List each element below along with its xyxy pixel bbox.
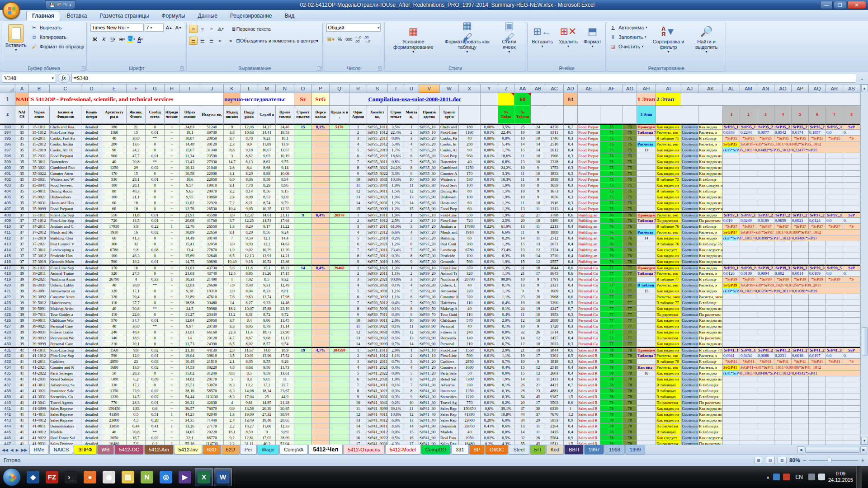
cell[interactable] (757, 318, 774, 324)
cell[interactable]: 60 (102, 235, 127, 241)
cell[interactable] (294, 365, 312, 371)
cell[interactable] (294, 177, 312, 183)
cell[interactable]: Dishwash (440, 194, 459, 200)
cell[interactable]: 1609 (545, 288, 564, 294)
cell[interactable]: 2033 (545, 341, 564, 347)
cell[interactable]: 0,7% (498, 359, 514, 365)
cell[interactable]: detailed (81, 259, 102, 265)
cell[interactable]: SrP41_1012 (367, 353, 388, 359)
cell[interactable] (826, 329, 843, 335)
cell[interactable] (330, 147, 349, 153)
cell[interactable]: Соотнош (681, 212, 698, 218)
cell[interactable]: 0,0 (826, 353, 843, 359)
cell[interactable]: 0,2% (481, 441, 498, 445)
cell[interactable]: 35 (15, 147, 29, 153)
cell[interactable]: Соотнош (681, 347, 698, 353)
align-right-button[interactable]: ☰ (207, 37, 216, 45)
alignment-dialog-launcher[interactable]: ◲ (317, 66, 321, 70)
cell[interactable]: 28,1 (127, 183, 146, 188)
cell[interactable]: SrP35_2 (757, 124, 774, 130)
cell[interactable]: 4,3% (388, 441, 404, 445)
column-header-M[interactable]: M (258, 84, 276, 93)
cell[interactable]: 5170 (330, 124, 349, 130)
cell[interactable]: (k41*SrP41_1011^0,00406*SrP41_1012^0,043… (723, 371, 860, 376)
cell[interactable]: Combined (440, 165, 459, 171)
row-header-425[interactable]: 425 (0, 312, 15, 318)
cell[interactable]: 2510 (545, 141, 564, 147)
cell[interactable]: Как видно из (656, 376, 681, 382)
cell[interactable]: *SrP41 (826, 359, 843, 365)
cell[interactable]: 1680 (459, 365, 481, 371)
cell[interactable]: В таблице 78 (698, 347, 723, 353)
align-left-button[interactable]: ☰ (189, 37, 198, 45)
cell[interactable] (637, 329, 656, 335)
cell[interactable]: 9 (531, 194, 545, 200)
cell[interactable]: 7 (349, 300, 367, 306)
row-header-443[interactable]: 443 (0, 418, 15, 423)
cell[interactable] (330, 241, 349, 247)
cell[interactable]: 37 (514, 406, 531, 412)
font-color-button[interactable]: А▾ (136, 35, 145, 43)
cell[interactable]: № Таблиц (514, 106, 531, 124)
cell[interactable]: Соотнош (681, 324, 698, 329)
sheet-tab-WB[interactable]: WB (97, 445, 114, 455)
cell[interactable]: 13 (404, 418, 419, 423)
cell[interactable]: Соотнош (681, 206, 698, 212)
row-header-415[interactable]: 415 (0, 253, 15, 259)
cell[interactable]: 2,0% (388, 318, 404, 324)
cell[interactable]: Как видно из (656, 306, 681, 312)
cell[interactable]: 6 (404, 153, 419, 159)
cell[interactable]: Соотнош (681, 394, 698, 400)
cell[interactable]: 5 (224, 376, 241, 382)
cell[interactable]: 50 (102, 371, 127, 376)
sheet-tab-331[interactable]: 331 (451, 445, 468, 455)
cell[interactable]: 53070 (200, 382, 224, 388)
cell[interactable]: По расчетам (656, 335, 681, 341)
conditional-formatting-button[interactable]: ▦Условное форматирование▾ (387, 23, 439, 64)
cell[interactable]: 0,22 (146, 224, 165, 230)
cell[interactable]: 30,8 (127, 136, 146, 141)
cell[interactable] (498, 93, 514, 106)
cell[interactable]: 23 (531, 388, 545, 394)
cell[interactable]: SrP (843, 347, 860, 353)
cell[interactable] (637, 247, 656, 253)
maximize-button[interactable]: ❐ (834, 1, 846, 9)
bold-button[interactable]: Ж (90, 35, 99, 43)
row-header-434[interactable]: 434 (0, 365, 15, 371)
cell[interactable]: detailed (81, 324, 102, 329)
cell[interactable] (809, 194, 826, 200)
cell[interactable]: 0,3 (564, 136, 578, 141)
cell[interactable] (792, 159, 809, 165)
cell[interactable]: 0,0542 (774, 130, 792, 136)
cell[interactable]: ~ (165, 406, 179, 412)
cell[interactable]: 78 (623, 429, 637, 435)
cell[interactable]: 20,1 (127, 341, 146, 347)
cell[interactable]: 11,8 (127, 212, 146, 218)
cell[interactable]: 31,11 (241, 441, 258, 445)
cell[interactable]: Расчеты, эко (656, 365, 681, 371)
cell[interactable] (792, 177, 809, 183)
notepad-icon[interactable]: N (138, 468, 156, 486)
cell[interactable]: Соотнош (681, 136, 698, 141)
cell[interactable] (564, 106, 578, 124)
cell[interactable]: 570 (102, 318, 127, 324)
cell[interactable] (740, 253, 757, 259)
cell[interactable]: 14 (349, 341, 367, 347)
cell[interactable]: 0,00% (481, 183, 498, 188)
cell[interactable]: 3,9 (224, 212, 241, 218)
cell[interactable]: 0,3 (564, 177, 578, 183)
cell[interactable]: 75 (623, 124, 637, 130)
zoom-in-icon[interactable]: + (861, 457, 864, 464)
cell[interactable]: 90 (459, 147, 481, 153)
cell[interactable]: 0,3 (564, 312, 578, 318)
cell[interactable]: Как видно из (656, 265, 681, 271)
cell[interactable]: 0,0021 (792, 218, 809, 224)
cell[interactable]: 39-9011 (29, 318, 50, 324)
cell[interactable]: *SrP35 (774, 136, 792, 141)
cell[interactable]: Personal Ca (578, 282, 600, 288)
cell[interactable] (774, 418, 792, 423)
cell[interactable]: 9511 (545, 441, 564, 445)
cell[interactable]: detailed (81, 282, 102, 288)
cell[interactable]: 29460 (330, 265, 349, 271)
cell[interactable]: Соотнош (681, 141, 698, 147)
